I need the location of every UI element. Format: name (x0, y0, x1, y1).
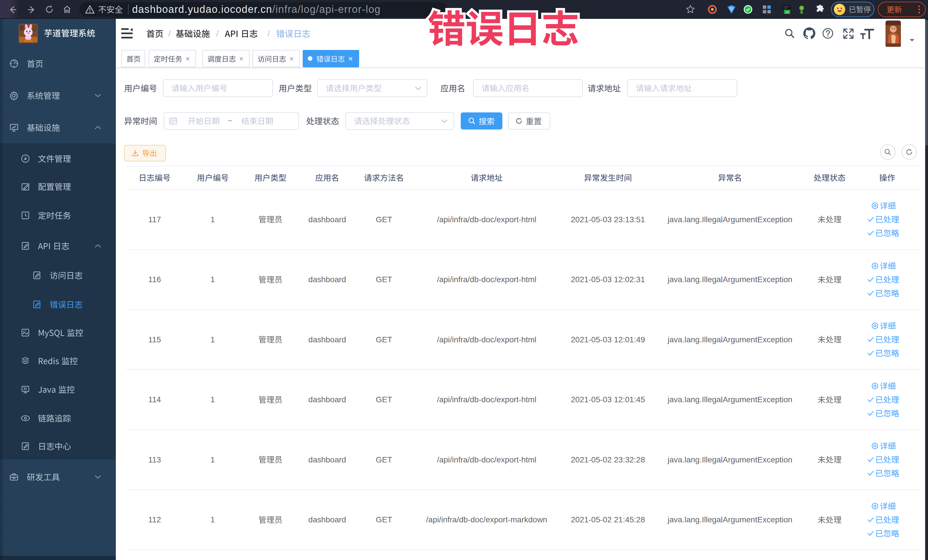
svg-text:on: on (785, 11, 789, 14)
